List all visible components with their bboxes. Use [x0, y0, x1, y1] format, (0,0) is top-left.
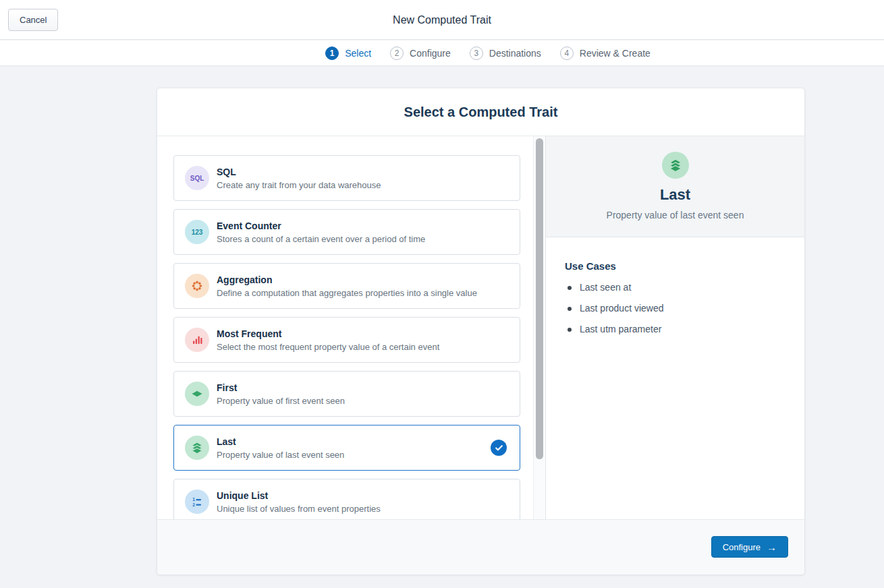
trait-description: Property value of first event seen: [217, 396, 345, 406]
step-number-badge: 2: [390, 47, 404, 60]
top-bar: Cancel New Computed Trait: [0, 0, 884, 40]
trait-item-aggregation[interactable]: Aggregation Define a computation that ag…: [173, 263, 520, 309]
trait-description: Unique list of values from event propert…: [217, 504, 381, 514]
use-case-item: Last seen at: [565, 282, 784, 293]
arrow-right-icon: →: [767, 542, 777, 552]
bar-chart-icon: [185, 328, 209, 352]
step-number-badge: 1: [325, 47, 339, 60]
trait-text: Last Property value of last event seen: [217, 436, 344, 460]
trait-description: Create any trait from your data warehous…: [217, 180, 381, 190]
trait-item-event-counter[interactable]: 123 Event Counter Stores a count of a ce…: [173, 209, 520, 255]
aggregation-burst-icon: [185, 274, 209, 298]
trait-item-unique-list[interactable]: 1 2 Unique List Unique list of values fr…: [173, 479, 520, 519]
trait-title: First: [217, 382, 345, 393]
use-cases-list: Last seen at Last product viewed Last ut…: [565, 282, 784, 334]
sql-badge-icon: SQL: [185, 166, 209, 190]
trait-text: Aggregation Define a computation that ag…: [217, 274, 477, 298]
page-title: New Computed Trait: [0, 0, 884, 40]
trait-text: Event Counter Stores a count of a certai…: [217, 220, 425, 244]
detail-subtitle: Property value of last event seen: [607, 210, 744, 220]
step-number-badge: 3: [470, 47, 483, 60]
step-review-create[interactable]: 4 Review & Create: [560, 47, 651, 60]
layers-icon: [185, 436, 209, 460]
detail-title: Last: [660, 186, 690, 204]
trait-text: SQL Create any trait from your data ware…: [217, 167, 381, 190]
trait-title: Last: [217, 436, 344, 447]
trait-text: First Property value of first event seen: [217, 382, 345, 406]
scrollbar-thumb[interactable]: [536, 138, 543, 459]
step-number-badge: 4: [560, 47, 574, 60]
trait-title: Aggregation: [217, 274, 477, 285]
trait-item-first[interactable]: First Property value of first event seen: [173, 371, 520, 417]
svg-text:2: 2: [192, 502, 195, 507]
card-title: Select a Computed Trait: [157, 88, 804, 136]
use-case-item: Last utm parameter: [565, 324, 784, 334]
step-configure[interactable]: 2 Configure: [390, 47, 451, 60]
use-cases-heading: Use Cases: [565, 260, 784, 272]
trait-title: SQL: [217, 167, 381, 177]
trait-item-sql[interactable]: SQL SQL Create any trait from your data …: [173, 155, 520, 201]
trait-item-most-frequent[interactable]: Most Frequent Select the most frequent p…: [173, 317, 520, 363]
step-label: Configure: [410, 48, 451, 59]
trait-detail-panel: Last Property value of last event seen U…: [545, 136, 804, 519]
trait-title: Unique List: [217, 490, 381, 501]
trait-text: Unique List Unique list of values from e…: [217, 490, 381, 514]
step-label: Destinations: [489, 48, 541, 59]
layers-icon: [662, 152, 689, 179]
select-trait-card: Select a Computed Trait SQL SQL Create a…: [157, 88, 805, 575]
card-body: SQL SQL Create any trait from your data …: [157, 136, 804, 519]
trait-description: Define a computation that aggregates pro…: [217, 288, 477, 298]
card-footer: Configure →: [157, 519, 804, 575]
configure-button[interactable]: Configure →: [711, 536, 788, 558]
step-select[interactable]: 1 Select: [325, 47, 371, 60]
use-case-item: Last product viewed: [565, 303, 784, 314]
wizard-stepper: 1 Select 2 Configure 3 Destinations 4 Re…: [0, 40, 884, 66]
trait-item-last[interactable]: Last Property value of last event seen: [173, 425, 520, 471]
detail-body: Use Cases Last seen at Last product view…: [546, 237, 804, 334]
trait-description: Stores a count of a certain event over a…: [217, 234, 425, 244]
event-counter-123-icon: 123: [185, 220, 209, 244]
trait-description: Property value of last event seen: [217, 450, 344, 460]
diamond-icon: [185, 382, 209, 406]
numbered-list-icon: 1 2: [185, 490, 209, 514]
trait-description: Select the most frequent property value …: [217, 342, 439, 352]
svg-text:1: 1: [192, 497, 195, 502]
trait-title: Event Counter: [217, 220, 425, 231]
selected-check-icon: [491, 440, 507, 456]
trait-list-scrollbar[interactable]: [533, 136, 545, 519]
step-label: Review & Create: [580, 48, 651, 59]
trait-title: Most Frequent: [217, 328, 439, 339]
trait-text: Most Frequent Select the most frequent p…: [217, 328, 439, 352]
detail-hero: Last Property value of last event seen: [546, 136, 804, 237]
step-destinations[interactable]: 3 Destinations: [470, 47, 541, 60]
trait-list: SQL SQL Create any trait from your data …: [157, 136, 533, 519]
configure-button-label: Configure: [723, 542, 761, 552]
step-label: Select: [345, 48, 371, 59]
